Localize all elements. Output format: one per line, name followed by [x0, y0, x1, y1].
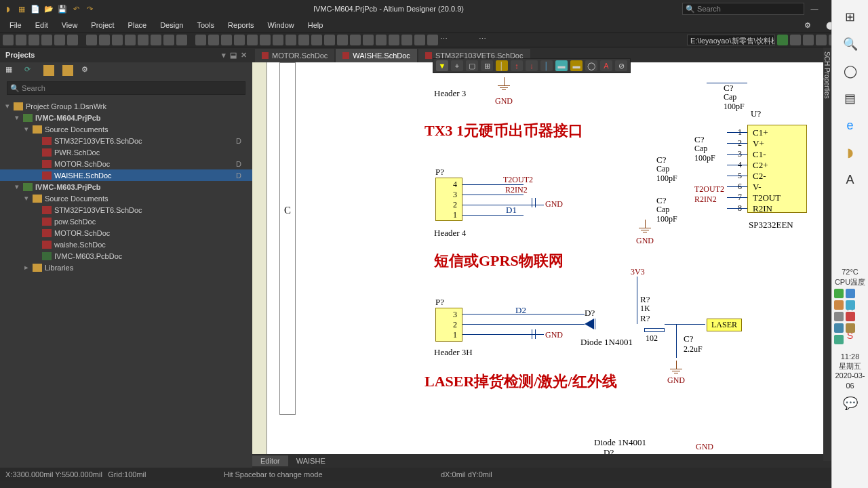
- tree-item[interactable]: WAISHE.SchDocD: [0, 169, 252, 181]
- tb-icon[interactable]: [790, 35, 801, 45]
- menu-reports[interactable]: Reports: [222, 20, 260, 30]
- properties-tab[interactable]: SCH Properties: [823, 47, 831, 102]
- tb-icon[interactable]: [163, 35, 174, 45]
- ft-icon[interactable]: ▬: [570, 60, 583, 71]
- tb-icon[interactable]: [195, 35, 206, 45]
- tb-icon[interactable]: [414, 35, 425, 45]
- schematic-canvas[interactable]: C Header 3 GND TX3 1元硬币出币器接口 P? 4 3 2 1 …: [252, 62, 868, 454]
- panel-tb-icon[interactable]: ▦: [5, 65, 16, 76]
- app-icon[interactable]: A: [840, 169, 861, 190]
- ft-icon[interactable]: ▬: [555, 60, 568, 71]
- tb-icon[interactable]: [151, 35, 161, 45]
- tree-item[interactable]: pow.SchDoc: [0, 216, 252, 227]
- tree-item[interactable]: ▸Libraries: [0, 262, 252, 273]
- tb-icon[interactable]: [3, 35, 14, 45]
- tb-icon[interactable]: [401, 35, 412, 45]
- ft-icon[interactable]: │: [496, 60, 508, 71]
- tb-icon[interactable]: [816, 35, 827, 45]
- tb-icon[interactable]: [311, 35, 322, 45]
- ft-icon[interactable]: │: [540, 60, 553, 71]
- ft-icon[interactable]: +: [451, 60, 463, 71]
- app-icon[interactable]: ◗: [840, 142, 861, 163]
- right-dock-tab[interactable]: SCH Properties: [823, 47, 831, 461]
- qa-redo-icon[interactable]: ↷: [84, 3, 95, 14]
- clock[interactable]: 11:28 星期五 2020-03-06: [832, 352, 868, 390]
- ft-filter-icon[interactable]: ▼: [436, 60, 448, 71]
- tb-icon[interactable]: [54, 35, 65, 45]
- doc-tab[interactable]: WAISHE.SchDoc: [336, 49, 417, 62]
- tree-item[interactable]: STM32F103VET6.SchDoc: [0, 204, 252, 216]
- tb-icon[interactable]: [112, 35, 123, 45]
- tb-icon[interactable]: [376, 35, 387, 45]
- tab-sheet[interactable]: WAISHE: [288, 455, 334, 466]
- tb-icon[interactable]: [86, 35, 97, 45]
- tree-item[interactable]: waishe.SchDoc: [0, 239, 252, 250]
- ft-icon[interactable]: ▢: [466, 60, 478, 71]
- doc-tab[interactable]: MOTOR.SchDoc: [255, 49, 334, 62]
- ft-icon[interactable]: ⊞: [481, 60, 493, 71]
- tree-item[interactable]: ▾IVMC-M603.PrjPcb: [0, 181, 252, 192]
- panel-close-icon[interactable]: ✕: [241, 51, 247, 60]
- tb-icon[interactable]: [247, 35, 258, 45]
- tb-icon[interactable]: [234, 35, 245, 45]
- path-box[interactable]: E:\leyaoyao\新零售\饮料机: [687, 35, 775, 45]
- tb-icon[interactable]: [221, 35, 232, 45]
- tb-icon[interactable]: [777, 35, 788, 45]
- tb-icon[interactable]: [260, 35, 271, 45]
- menu-window[interactable]: Window: [262, 20, 300, 30]
- tb-icon[interactable]: [16, 35, 26, 45]
- edge-icon[interactable]: e: [840, 115, 861, 136]
- panel-pin-icon[interactable]: ⬓: [230, 51, 237, 60]
- tb-icon[interactable]: [285, 35, 296, 45]
- tb-icon[interactable]: [125, 35, 136, 45]
- panel-tb-icon[interactable]: ⚙: [81, 65, 92, 76]
- tb-icon[interactable]: [273, 35, 283, 45]
- panel-tb-icon[interactable]: [62, 65, 73, 76]
- project-tree[interactable]: ▾Project Group 1.DsnWrk▾IVMC-M604.PrjPcb…: [0, 98, 252, 468]
- tb-icon[interactable]: [350, 35, 361, 45]
- settings-icon[interactable]: ⚙: [799, 20, 816, 31]
- tree-item[interactable]: ▾Project Group 1.DsnWrk: [0, 100, 252, 112]
- search-icon[interactable]: 🔍: [840, 34, 861, 54]
- qa-undo-icon[interactable]: ↶: [71, 3, 81, 14]
- tb-icon[interactable]: [28, 35, 39, 45]
- tb-icon[interactable]: [803, 35, 814, 45]
- menu-tools[interactable]: Tools: [191, 20, 220, 30]
- tb-icon[interactable]: [298, 35, 309, 45]
- ft-icon[interactable]: ↓: [526, 60, 538, 71]
- search-box[interactable]: 🔍 Search: [682, 3, 804, 15]
- ft-icon[interactable]: ⊘: [615, 60, 627, 71]
- minimize-button[interactable]: —: [804, 0, 825, 18]
- menu-design[interactable]: Design: [155, 20, 189, 30]
- menu-place[interactable]: Place: [123, 20, 153, 30]
- tree-item[interactable]: STM32F103VET6.SchDocD: [0, 135, 252, 146]
- notification-icon[interactable]: 💬: [840, 393, 861, 413]
- menu-view[interactable]: View: [56, 20, 83, 30]
- panel-tb-icon[interactable]: [43, 65, 54, 76]
- tab-editor[interactable]: Editor: [252, 455, 288, 466]
- tree-item[interactable]: MOTOR.SchDoc: [0, 227, 252, 239]
- circle-icon[interactable]: ◯: [840, 61, 861, 81]
- tree-item[interactable]: ▾Source Documents: [0, 192, 252, 204]
- panel-dropdown-icon[interactable]: ▾: [222, 51, 226, 60]
- panel-search[interactable]: 🔍 Search: [7, 81, 245, 95]
- ft-icon[interactable]: ◯: [585, 60, 597, 71]
- widget-icon[interactable]: ▤: [840, 88, 861, 108]
- menu-edit[interactable]: Edit: [30, 20, 54, 30]
- menu-file[interactable]: File: [4, 20, 27, 30]
- qa-save-icon[interactable]: 💾: [57, 3, 68, 14]
- tb-icon[interactable]: [324, 35, 335, 45]
- menu-project[interactable]: Project: [85, 20, 119, 30]
- qa-icon[interactable]: ▦: [16, 3, 27, 14]
- tb-icon[interactable]: [427, 35, 438, 45]
- tb-icon[interactable]: [41, 35, 52, 45]
- ft-icon[interactable]: ↕: [511, 60, 523, 71]
- windows-icon[interactable]: ⊞: [840, 7, 861, 27]
- tb-icon[interactable]: [99, 35, 110, 45]
- tb-icon[interactable]: [363, 35, 374, 45]
- tb-icon[interactable]: [176, 35, 187, 45]
- floating-toolbar[interactable]: ▼ + ▢ ⊞ │ ↕ ↓ │ ▬ ▬ ◯ A ⊘: [433, 58, 631, 73]
- tree-item[interactable]: ▾IVMC-M604.PrjPcb: [0, 112, 252, 123]
- tree-item[interactable]: IVMC-M603.PcbDoc: [0, 250, 252, 262]
- tb-icon[interactable]: [208, 35, 219, 45]
